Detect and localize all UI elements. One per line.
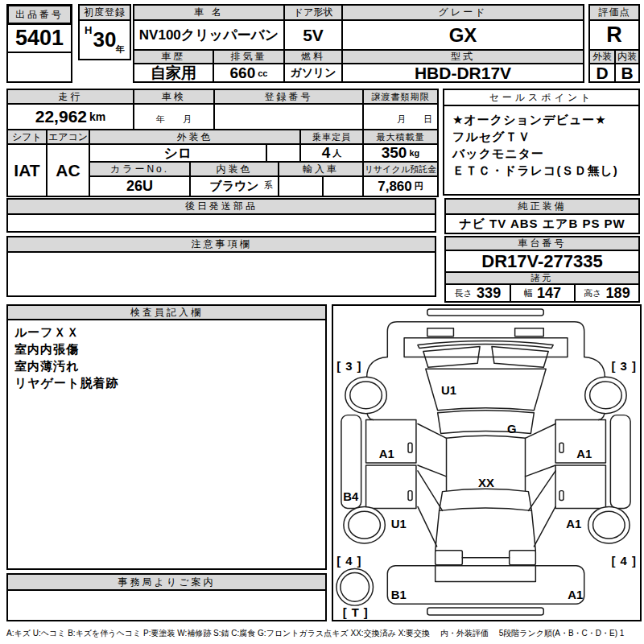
shaken-value: 年 月 <box>133 103 215 130</box>
height-value: 189 <box>606 285 630 302</box>
inspector-notes-content: ルーフＸＸ室内内張傷室内薄汚れリヤゲート脱着跡 <box>6 319 327 570</box>
damage-mark: U1 <box>441 384 456 397</box>
inspector-note-line: 室内内張傷 <box>14 341 319 357</box>
car-diagram-box: U1GA1A1XXB4U1A1B1A1[ 3 ][ 3 ][ 4 ][ 4 ][… <box>332 304 642 621</box>
era-mark: H <box>85 24 92 36</box>
interior-score-value: B <box>614 63 640 83</box>
car-diagram-svg: U1GA1A1XXB4U1A1B1A1[ 3 ][ 3 ][ 4 ][ 4 ][… <box>335 307 638 619</box>
inspector-note-line: リヤゲート脱着跡 <box>14 374 319 391</box>
tail-lamp-left <box>436 551 463 565</box>
capacity-header: 乗車定員 <box>299 129 364 145</box>
history-value: 自家用 <box>133 63 214 83</box>
shaken-header: 車検 <box>133 89 215 105</box>
sales-point-line: バックモニター <box>452 145 631 162</box>
front-lamp-right <box>515 328 544 336</box>
late-parts-header: 後日発送部品 <box>6 198 436 215</box>
dimension-height: 高さ 189 <box>574 283 640 303</box>
damage-mark: A1 <box>576 448 592 460</box>
recycle-number: 7,860 <box>378 179 412 195</box>
max-load-value: 350 kg <box>362 143 439 163</box>
auction-no-header: 出品番号 <box>6 4 72 25</box>
mileage-unit: km <box>89 110 105 123</box>
front-left-rim <box>350 382 382 409</box>
dimension-length: 長さ 339 <box>444 283 511 303</box>
inspector-note-line: 室内薄汚れ <box>14 357 319 374</box>
damage-mark: B1 <box>391 588 407 601</box>
width-value: 147 <box>537 285 561 302</box>
car-name-value: NV100クリッパーバン <box>133 19 285 51</box>
mileage-number: 22,962 <box>35 107 87 126</box>
damage-mark: B4 <box>343 490 359 503</box>
car-name-header: 車 名 <box>133 4 285 21</box>
rear-right-rim <box>593 511 625 539</box>
import-empty-cell-2 <box>322 175 364 197</box>
rear-clip-outline <box>387 566 584 604</box>
windshield-trim <box>418 341 553 349</box>
transfer-deadline-header: 譲渡書類期限 <box>362 89 439 105</box>
import-header: 輸入車 <box>278 161 364 177</box>
tire-info-label: [ 3 ] <box>612 360 637 373</box>
grade-header: グレード <box>341 4 584 21</box>
max-load-number: 350 <box>382 144 407 162</box>
first-registration-year: H 30 年 <box>78 19 131 60</box>
shift-value: IAT <box>6 143 47 197</box>
oem-equipment-value: ナビ TV ABS エアB PS PW <box>444 213 640 234</box>
max-load-unit: kg <box>409 148 419 158</box>
displacement-value: 660 cc <box>213 63 285 83</box>
front-bumper-bar <box>427 309 543 316</box>
sales-points-header: セールスポイント <box>443 89 640 106</box>
interior-color-header: 内装色 <box>189 161 279 177</box>
damage-code-legend: A:キズ U:ヘコミ B:キズを伴うヘコミ P:要塗装 W:補修跡 S:錆 C:… <box>6 628 641 639</box>
rear-bumper-bar <box>427 608 543 615</box>
capacity-unit: 人 <box>332 147 341 159</box>
exterior-color-empty-cell <box>266 143 301 163</box>
right-front-door-handle <box>559 443 564 452</box>
rear-left-rim <box>349 511 381 539</box>
rear-clip-step <box>436 566 536 582</box>
left-front-door-handle <box>408 443 412 452</box>
chassis-no-value: DR17V-277335 <box>444 250 640 273</box>
tire-info-label: [ T ] <box>343 606 369 619</box>
mileage-header: 走行 <box>6 89 134 105</box>
damage-mark: A1 <box>566 518 581 530</box>
interior-color-name: ブラウン <box>209 179 258 194</box>
exterior-color-header: 外装色 <box>89 129 301 145</box>
import-empty-cell-1 <box>278 175 324 197</box>
office-notice-header: 事務局よりご案内 <box>6 573 327 591</box>
damage-mark: U1 <box>391 518 407 530</box>
rear-quarter-lines <box>436 510 536 550</box>
color-no-header: カラーNo. <box>89 161 191 177</box>
registration-no-value <box>213 103 364 130</box>
office-notice-content <box>6 589 327 621</box>
fuel-value: ガソリン <box>283 63 343 83</box>
sales-points-list: ★オークションデビュー★フルセグＴＶバックモニターＥＴＣ・ドラレコ(ＳＤ無し) <box>446 108 638 192</box>
displacement-unit: cc <box>258 68 267 78</box>
mileage-value: 22,962 km <box>6 103 134 130</box>
right-rear-door-handle <box>559 491 564 501</box>
oem-equipment-header: 純正装備 <box>444 198 640 215</box>
length-value: 339 <box>477 285 501 302</box>
first-reg-year-value: 30 <box>93 27 117 52</box>
sales-point-line: ＥＴＣ・ドラレコ(ＳＤ無し) <box>452 162 631 179</box>
tire-info-label: [ 4 ] <box>336 555 361 568</box>
right-rear-door <box>555 465 605 508</box>
tire-info-label: [ 3 ] <box>336 360 361 373</box>
right-side-rail <box>610 415 630 509</box>
late-parts-content <box>6 213 436 233</box>
ac-header: エアコン <box>46 129 90 145</box>
a-pillar-lines <box>418 424 555 477</box>
rear-window <box>440 489 532 510</box>
notes-content <box>6 251 436 297</box>
front-clip-outline <box>387 322 584 357</box>
exterior-color-value: シロ <box>89 143 267 163</box>
width-label: 幅 <box>524 287 533 299</box>
recycle-deposit-value: 7,860 円 <box>362 175 439 197</box>
interior-color-value: ブラウン 系 <box>189 175 279 197</box>
wheels <box>336 377 630 605</box>
auction-no-value: 5401 <box>6 23 72 53</box>
grade-value: GX <box>341 19 584 51</box>
cowl-panel <box>438 411 535 434</box>
auction-no-empty-cell <box>6 52 72 83</box>
spare-tire-rim <box>341 573 369 602</box>
displacement-number: 660 <box>230 64 256 82</box>
